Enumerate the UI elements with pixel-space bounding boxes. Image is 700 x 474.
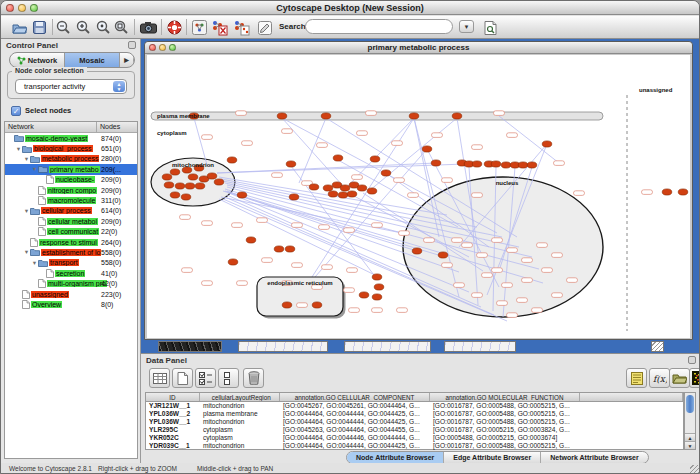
tree-row-macromolecule[interactable]: macromolecule311(0): [5, 195, 137, 205]
selected-gene-node[interactable]: [338, 192, 348, 198]
gene-node[interactable]: [502, 283, 513, 288]
snapshot-camera-icon[interactable]: [139, 18, 158, 37]
table-row[interactable]: YDR039C__1mitochondrion[GO:0044464, GO:0…: [146, 442, 683, 450]
gene-node[interactable]: [202, 135, 213, 140]
selected-gene-node[interactable]: [188, 174, 198, 180]
selected-gene-node[interactable]: [246, 237, 256, 243]
gene-node[interactable]: [394, 178, 405, 183]
app-titlebar[interactable]: Cytoscape Desktop (New Session): [1, 1, 699, 15]
search-input[interactable]: [305, 19, 453, 34]
zoom-in-icon[interactable]: [74, 18, 93, 37]
selected-gene-node[interactable]: [286, 161, 296, 167]
background-window-thumbnail[interactable]: [344, 341, 431, 352]
gene-node[interactable]: [452, 238, 463, 243]
table-cell[interactable]: [GO:0016787, GO:0005215, GO:0003824, G..…: [430, 426, 580, 434]
gene-node[interactable]: [492, 268, 503, 273]
table-cell[interactable]: [GO:0045267, GO:0045261, GO:0044464, G..…: [280, 402, 430, 410]
gene-node[interactable]: [242, 141, 253, 146]
tab-network[interactable]: Network: [10, 53, 65, 67]
selected-gene-node[interactable]: [438, 252, 448, 258]
background-window-thumbnail[interactable]: [158, 341, 222, 352]
annotation-icon[interactable]: [255, 18, 274, 37]
selected-gene-node[interactable]: [333, 155, 343, 161]
expand-arrow-icon[interactable]: ▼: [31, 166, 38, 172]
gene-node[interactable]: [257, 218, 268, 223]
gene-node[interactable]: [492, 238, 503, 243]
gene-node[interactable]: [507, 248, 518, 253]
gene-node[interactable]: [272, 173, 283, 178]
gene-node[interactable]: [507, 133, 518, 138]
column-header[interactable]: annotation.GO MOLECULAR_FUNCTION: [430, 393, 580, 401]
gene-node[interactable]: [552, 253, 563, 258]
gene-node[interactable]: [282, 129, 293, 134]
gene-node[interactable]: [432, 133, 443, 138]
zoom-window-icon[interactable]: [169, 44, 176, 51]
selected-gene-node[interactable]: [527, 162, 537, 168]
gene-node[interactable]: [262, 258, 273, 263]
column-header[interactable]: ID: [146, 393, 200, 401]
selected-gene-node[interactable]: [412, 248, 422, 254]
edge[interactable]: [282, 118, 343, 186]
column-header[interactable]: annotation.GO CELLULAR_COMPONENT: [280, 393, 430, 401]
table-cell[interactable]: YJR121W__1: [146, 402, 200, 410]
gene-node[interactable]: [317, 143, 328, 148]
tab-node-attribute-browser[interactable]: Node Attribute Browser: [347, 452, 444, 463]
tree-row-cell-communicat[interactable]: cell communicat22(0): [5, 227, 137, 237]
search-apply-icon[interactable]: [481, 18, 500, 37]
gene-node[interactable]: [537, 243, 548, 248]
table-cell[interactable]: [GO:0044464, GO:0044444, GO:0044425, G..…: [280, 442, 430, 450]
attribute-table[interactable]: ID_cellularLayoutRegionannotation.GO CEL…: [145, 392, 684, 450]
tree-row-unassigned[interactable]: unassigned223(0): [5, 289, 137, 299]
gene-node[interactable]: [319, 225, 330, 230]
matrix-heatmap-icon[interactable]: [689, 368, 700, 388]
gene-node[interactable]: [424, 238, 435, 243]
attribute-notes-icon[interactable]: [626, 368, 647, 388]
table-row[interactable]: YJR121W__1mitochondrion[GO:0045267, GO:0…: [146, 402, 683, 410]
gene-node[interactable]: [472, 193, 483, 198]
tree-row-mosaic-demo-yeast[interactable]: mosaic-demo-yeast874(0): [5, 133, 137, 143]
selected-gene-node[interactable]: [678, 189, 688, 195]
zoom-window-icon[interactable]: [30, 4, 38, 12]
selected-gene-node[interactable]: [491, 161, 501, 167]
selected-gene-node[interactable]: [170, 192, 180, 198]
selected-gene-node[interactable]: [164, 182, 174, 188]
background-window-thumbnail[interactable]: [444, 341, 516, 352]
edge[interactable]: [299, 118, 326, 183]
gene-node[interactable]: [442, 178, 453, 183]
selected-gene-node[interactable]: [357, 185, 367, 191]
tab-edge-attribute-browser[interactable]: Edge Attribute Browser: [444, 452, 541, 463]
gene-node[interactable]: [182, 268, 193, 273]
selected-gene-node[interactable]: [285, 246, 295, 252]
window-resize-grip[interactable]: [651, 341, 664, 352]
table-cell[interactable]: [GO:0016787, GO:0005488, GO:0005215, G..…: [430, 418, 580, 426]
gene-node[interactable]: [507, 313, 518, 318]
node-color-dropdown[interactable]: transporter activity ▲▼: [15, 79, 127, 94]
selected-gene-node[interactable]: [195, 183, 205, 189]
table-cell[interactable]: cytoplasm: [200, 426, 280, 434]
selected-gene-node[interactable]: [170, 169, 180, 175]
selected-gene-node[interactable]: [328, 191, 338, 197]
tree-header[interactable]: Network Nodes: [5, 122, 137, 133]
delete-attribute-trash-icon[interactable]: [243, 368, 264, 388]
table-cell[interactable]: YPL036W__1: [146, 418, 200, 426]
selected-gene-node[interactable]: [214, 179, 224, 185]
minimize-icon[interactable]: [159, 44, 166, 51]
selected-gene-node[interactable]: [282, 302, 292, 308]
tree-row-transport[interactable]: ▼transport558(0): [5, 258, 137, 268]
attribute-table-header[interactable]: ID_cellularLayoutRegionannotation.GO CEL…: [146, 393, 683, 402]
gene-node[interactable]: [497, 301, 508, 306]
save-icon[interactable]: [30, 18, 49, 37]
tree-row-cellular-metabol[interactable]: cellular metabol209(0): [5, 216, 137, 226]
destroy-network-icon[interactable]: [232, 18, 251, 37]
table-row[interactable]: YPL036W__2plasma membrane[GO:0044464, GO…: [146, 410, 683, 418]
gene-node[interactable]: [202, 281, 213, 286]
gene-node[interactable]: [517, 298, 528, 303]
table-cell[interactable]: mitochondrion: [200, 418, 280, 426]
expand-arrow-icon[interactable]: ▼: [23, 208, 30, 214]
selected-gene-node[interactable]: [359, 292, 369, 298]
table-cell[interactable]: plasma membrane: [200, 410, 280, 418]
gene-node[interactable]: [567, 278, 578, 283]
tab-network-attribute-browser[interactable]: Network Attribute Browser: [541, 452, 647, 463]
selected-gene-node[interactable]: [372, 274, 382, 280]
selected-gene-node[interactable]: [542, 141, 552, 147]
